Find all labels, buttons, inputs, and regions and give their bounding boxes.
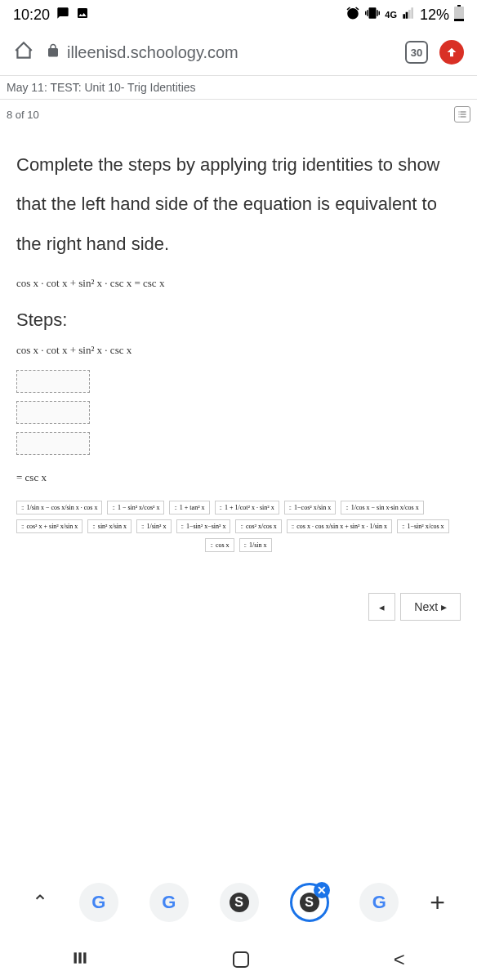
tab-google-2[interactable]: G <box>149 883 189 922</box>
tile[interactable]: ::cos x <box>205 538 234 552</box>
svg-rect-4 <box>79 952 82 963</box>
grip-icon: :: <box>21 523 23 530</box>
tile[interactable]: ::sin² x/sin x <box>87 519 132 533</box>
main-formula: cos x · cot x + sin² x · csc x = csc x <box>16 277 461 290</box>
chevron-up-icon[interactable]: ⌃ <box>32 891 48 914</box>
grip-icon: :: <box>181 523 183 530</box>
answer-tiles: ::1/sin x − cos x/sin x · cos x ::1 − si… <box>16 501 461 552</box>
back-button[interactable]: < <box>394 948 405 971</box>
grip-icon: :: <box>240 523 242 530</box>
tile[interactable]: ::cos² x + sin² x/sin x <box>16 519 82 533</box>
status-time: 10:20 <box>13 7 50 24</box>
drop-target-1[interactable] <box>16 370 90 393</box>
svg-rect-5 <box>83 952 86 963</box>
tab-count-button[interactable]: 30 <box>405 41 428 64</box>
question-list-icon[interactable] <box>454 106 470 122</box>
grip-icon: :: <box>210 541 212 549</box>
new-tab-button[interactable]: + <box>430 888 445 918</box>
tile[interactable]: ::1 − sin² x/cos² x <box>107 501 164 514</box>
tile[interactable]: ::1/sin² x <box>136 519 171 533</box>
home-button[interactable] <box>233 951 249 968</box>
grip-icon: :: <box>402 523 403 530</box>
tab-schoology-1[interactable]: S <box>220 883 259 922</box>
grip-icon: :: <box>92 523 94 530</box>
grip-icon: :: <box>21 504 23 511</box>
tile[interactable]: ::1/sin x <box>239 538 272 552</box>
browser-tab-strip: ⌃ G G S S ✕ G + <box>0 874 477 931</box>
grip-icon: :: <box>244 541 246 549</box>
grip-icon: :: <box>141 523 143 530</box>
question-header: 8 of 10 <box>0 99 477 129</box>
home-icon[interactable] <box>13 40 34 65</box>
tab-schoology-active[interactable]: S ✕ <box>290 883 329 922</box>
tile[interactable]: ::cos² x/cos x <box>235 519 281 533</box>
signal-icon <box>402 7 415 24</box>
alarm-icon <box>345 6 360 24</box>
url-bar[interactable]: illeenisd.schoology.com <box>46 43 394 62</box>
tile[interactable]: ::1/cos x − sin x·sin x/cos x <box>341 501 423 514</box>
grip-icon: :: <box>345 504 347 511</box>
tile[interactable]: ::1−sin² x/cos x <box>397 519 449 533</box>
lock-icon <box>46 43 60 62</box>
svg-rect-1 <box>454 19 464 21</box>
chat-icon <box>56 7 69 24</box>
grip-icon: :: <box>292 523 293 530</box>
status-bar: 10:20 4G 12% <box>0 0 477 29</box>
recent-apps-button[interactable] <box>72 950 88 969</box>
tile[interactable]: ::cos x · cos x/sin x + sin² x · 1/sin x <box>287 519 392 533</box>
next-button[interactable]: Next ▸ <box>400 593 461 621</box>
step-start: cos x · cot x + sin² x · csc x <box>16 344 461 357</box>
question-text: Complete the steps by applying trig iden… <box>16 145 461 264</box>
battery-label: 12% <box>420 7 449 24</box>
drop-target-3[interactable] <box>16 432 90 455</box>
svg-rect-3 <box>74 952 77 963</box>
network-label: 4G <box>385 10 397 20</box>
image-icon <box>76 7 89 24</box>
grip-icon: :: <box>112 504 114 511</box>
upload-button[interactable] <box>439 40 464 65</box>
tab-google-3[interactable]: G <box>359 883 399 922</box>
close-icon[interactable]: ✕ <box>314 882 330 898</box>
result-formula: = csc x <box>16 471 461 484</box>
grip-icon: :: <box>289 504 291 511</box>
svg-rect-2 <box>457 5 461 7</box>
grip-icon: :: <box>174 504 176 511</box>
steps-label: Steps: <box>16 310 461 331</box>
url-text: illeenisd.schoology.com <box>67 43 238 62</box>
tile[interactable]: ::1/sin x − cos x/sin x · cos x <box>16 501 102 514</box>
android-nav-bar: < <box>0 939 477 980</box>
breadcrumb[interactable]: May 11: TEST: Unit 10- Trig Identities <box>0 75 477 99</box>
battery-icon <box>454 5 464 25</box>
drop-target-2[interactable] <box>16 401 90 424</box>
vibrate-icon <box>365 6 380 24</box>
tile[interactable]: ::1−cos² x/sin x <box>284 501 337 514</box>
browser-bar: illeenisd.schoology.com 30 <box>0 29 477 75</box>
tile[interactable]: ::1 + tan² x <box>169 501 209 514</box>
tab-google-1[interactable]: G <box>79 883 118 922</box>
question-content: Complete the steps by applying trig iden… <box>0 129 477 593</box>
grip-icon: :: <box>220 504 221 511</box>
prev-button[interactable]: ◂ <box>368 593 395 621</box>
question-counter: 8 of 10 <box>7 109 39 121</box>
tile[interactable]: ::1−sin² x−sin² x <box>176 519 231 533</box>
tile[interactable]: ::1 + 1/cot² x · sin² x <box>215 501 279 514</box>
